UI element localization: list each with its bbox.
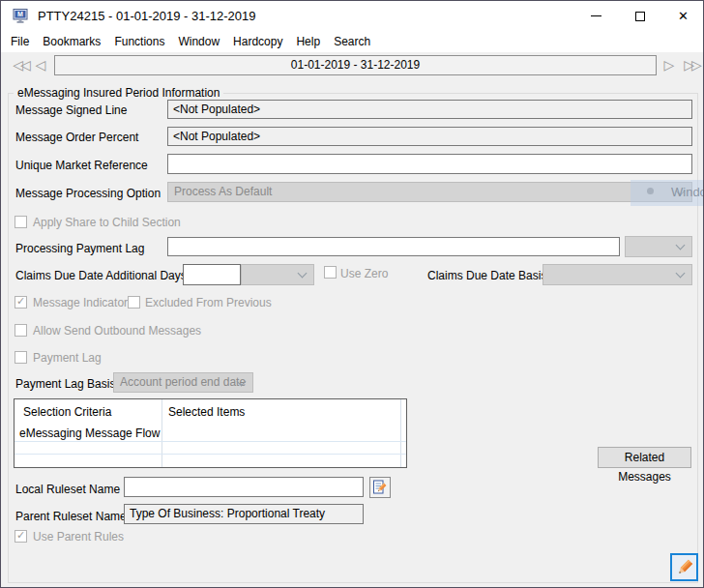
allow-send-outbound-checkbox xyxy=(15,324,27,337)
claims-due-date-additional-days-field[interactable] xyxy=(183,264,241,285)
windows-watermark-remnant: Windo xyxy=(631,180,704,206)
local-ruleset-name-field[interactable] xyxy=(124,477,364,497)
menu-window[interactable]: Window xyxy=(171,31,226,52)
menu-functions[interactable]: Functions xyxy=(107,31,171,52)
minimize-icon xyxy=(591,15,601,16)
maximize-button[interactable] xyxy=(618,1,661,31)
minimize-button[interactable] xyxy=(574,1,618,31)
payment-lag-basis-value: Account period end date xyxy=(120,375,246,389)
use-parent-rules-checkbox xyxy=(15,530,27,543)
close-icon: ✕ xyxy=(678,9,689,23)
watermark-text: Windo xyxy=(671,185,704,199)
period-range-field[interactable]: 01-01-2019 - 31-12-2019 xyxy=(54,55,657,75)
use-zero-checkbox xyxy=(324,266,337,279)
claims-due-date-additional-days-unit-combo xyxy=(241,264,314,285)
message-processing-option-label: Message Processing Option xyxy=(15,187,161,200)
row-divider xyxy=(15,441,406,442)
processing-payment-lag-field[interactable] xyxy=(167,237,620,256)
excluded-from-previous-label: Excluded From Previous xyxy=(145,296,272,309)
message-order-percent-label: Message Order Percent xyxy=(15,131,138,144)
unique-market-reference-label: Unique Market Reference xyxy=(15,159,148,172)
chevron-down-icon xyxy=(298,269,308,279)
nav-previous-icon[interactable]: ◁ xyxy=(34,52,47,78)
menu-bar: File Bookmarks Functions Window Hardcopy… xyxy=(1,31,703,52)
app-window: M PTTY24215 - 01-01-2019 - 31-12-2019 ✕ … xyxy=(0,0,704,588)
processing-payment-lag-unit-combo xyxy=(625,236,692,257)
parent-ruleset-name-label: Parent Ruleset Name xyxy=(15,510,127,523)
unique-market-reference-field[interactable] xyxy=(167,154,692,174)
watermark-dot-icon xyxy=(647,188,654,194)
nav-next-icon[interactable]: ▷ xyxy=(662,52,676,78)
message-indicator-checkbox xyxy=(15,296,27,309)
apply-share-checkbox xyxy=(15,216,27,228)
close-button[interactable]: ✕ xyxy=(661,1,704,31)
chevron-down-icon xyxy=(676,241,686,250)
row-divider xyxy=(15,454,406,455)
menu-file[interactable]: File xyxy=(4,31,36,52)
claims-due-date-additional-days-label: Claims Due Date Additional Days xyxy=(15,269,187,282)
selection-criteria-header: Selection Criteria xyxy=(23,405,111,419)
table-row[interactable]: eMessaging Message Flow xyxy=(15,425,406,440)
use-zero-label: Use Zero xyxy=(340,267,388,280)
menu-hardcopy[interactable]: Hardcopy xyxy=(226,31,289,52)
payment-lag-label: Payment Lag xyxy=(33,351,102,365)
window-title: PTTY24215 - 01-01-2019 - 31-12-2019 xyxy=(38,1,255,31)
selection-criteria-table[interactable]: Selection Criteria Selected Items eMessa… xyxy=(14,398,407,468)
message-indicator-label: Message Indicator xyxy=(33,296,128,309)
nav-first-icon[interactable]: ◁◁ xyxy=(9,52,32,78)
criteria-cell: eMessaging Message Flow xyxy=(19,426,160,440)
menu-bookmarks[interactable]: Bookmarks xyxy=(36,31,107,52)
message-order-percent-field[interactable]: <Not Populated> xyxy=(167,127,692,146)
document-pencil-icon xyxy=(372,480,388,495)
edit-rules-button[interactable] xyxy=(670,553,698,581)
apply-share-label: Apply Share to Child Section xyxy=(33,216,181,229)
processing-payment-lag-label: Processing Payment Lag xyxy=(15,242,144,255)
svg-text:M: M xyxy=(17,11,23,17)
payment-lag-basis-combo: Account period end date xyxy=(113,372,253,393)
pencil-icon xyxy=(675,558,694,577)
message-processing-option-combo: Process As Default xyxy=(167,182,692,202)
selected-items-header: Selected Items xyxy=(168,405,245,419)
maximize-icon xyxy=(635,12,645,21)
nav-last-icon[interactable]: ▷▷ xyxy=(680,52,703,78)
claims-due-date-basis-label: Claims Due Date Basis xyxy=(427,269,546,282)
payment-lag-basis-label: Payment Lag Basis xyxy=(15,377,115,391)
message-signed-line-label: Message Signed Line xyxy=(15,103,127,117)
app-monitor-icon: M xyxy=(13,9,30,24)
message-processing-option-value: Process As Default xyxy=(174,185,272,198)
ruleset-browse-button[interactable] xyxy=(369,477,391,498)
message-signed-line-field[interactable]: <Not Populated> xyxy=(167,100,692,119)
groupbox-title: eMessaging Insured Period Information xyxy=(14,86,223,100)
claims-due-date-basis-combo xyxy=(543,264,692,285)
excluded-from-previous-checkbox xyxy=(128,296,140,309)
allow-send-outbound-label: Allow Send Outbound Messages xyxy=(33,324,201,338)
payment-lag-checkbox xyxy=(15,351,27,364)
related-messages-button[interactable]: Related Messages xyxy=(598,447,691,468)
chevron-down-icon xyxy=(676,269,686,279)
parent-ruleset-name-field[interactable]: Type Of Business: Proportional Treaty xyxy=(124,504,364,524)
table-header-row: Selection Criteria Selected Items xyxy=(15,399,406,425)
menu-help[interactable]: Help xyxy=(289,31,327,52)
menu-search[interactable]: Search xyxy=(327,31,377,52)
record-navigation-bar: ◁◁ ◁ 01-01-2019 - 31-12-2019 ▷ ▷▷ xyxy=(1,52,703,78)
use-parent-rules-label: Use Parent Rules xyxy=(33,530,124,544)
local-ruleset-name-label: Local Ruleset Name xyxy=(15,483,120,496)
title-bar: M PTTY24215 - 01-01-2019 - 31-12-2019 ✕ xyxy=(1,1,703,31)
